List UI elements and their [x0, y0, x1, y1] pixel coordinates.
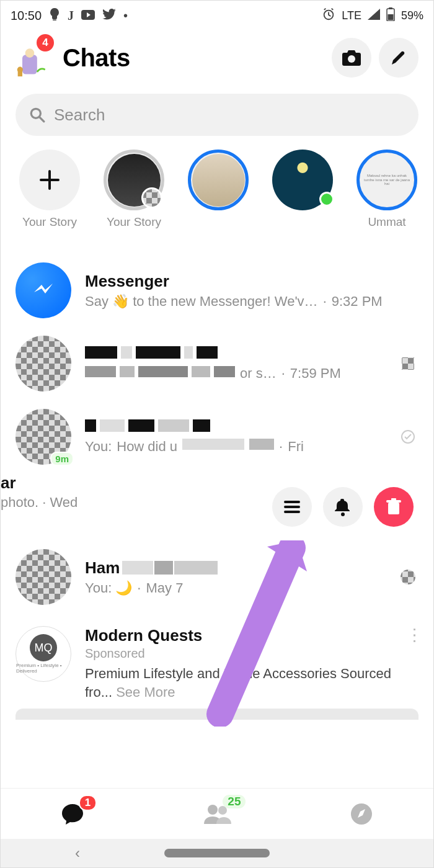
plus-icon — [38, 169, 61, 191]
sponsored-cards[interactable] — [1, 709, 433, 720]
status-network: LTE — [342, 9, 361, 22]
compose-button[interactable] — [379, 38, 418, 78]
chat-preview: You: 🌙 — [85, 580, 132, 596]
story-item[interactable]: Your Story — [92, 150, 175, 229]
swipe-mute-button[interactable] — [323, 487, 363, 527]
svg-rect-14 — [388, 503, 399, 514]
system-nav: ‹ — [1, 839, 433, 867]
profile-avatar[interactable] — [16, 38, 55, 78]
chat-name: Ham — [85, 558, 120, 578]
chat-name: Modern Quests — [85, 626, 418, 645]
dot-icon: • — [123, 9, 128, 23]
header: Chats — [1, 30, 433, 87]
story-item[interactable]: Maksad rehne ka unhak tumhe isna me sar … — [345, 150, 428, 229]
chat-list[interactable]: Messenger Say 👋 to the new Messenger! We… — [1, 231, 433, 720]
bulb-icon — [49, 7, 60, 24]
avatar — [16, 549, 71, 605]
chat-you-prefix: You: — [85, 439, 112, 455]
status-bar: 10:50 J • LTE 59% — [1, 1, 433, 30]
mq-logo-sub: Premium • Lifestyle • Delivered — [16, 663, 71, 674]
story-add[interactable]: Your Story — [8, 150, 91, 229]
svg-point-7 — [25, 48, 35, 58]
story-label: Your Story — [8, 215, 91, 229]
nav-pill[interactable] — [164, 849, 270, 857]
status-time: 10:50 — [11, 9, 42, 23]
swipe-more-button[interactable] — [272, 487, 312, 527]
nav-back-icon[interactable]: ‹ — [75, 844, 80, 862]
search-icon — [29, 107, 45, 123]
chat-item[interactable]: or s… · 7:59 PM — [1, 327, 433, 400]
chat-time: Fri — [288, 439, 304, 455]
sponsored-body: Premium Lifestyle and Home Accessories S… — [85, 664, 418, 701]
sponsored-tag: Sponsored — [85, 647, 418, 661]
page-title: Chats — [63, 44, 324, 72]
status-icon-wrap — [397, 357, 418, 370]
chat-item[interactable]: 9m You: How did u · Fri — [1, 400, 433, 473]
chat-name: Messenger — [85, 272, 418, 291]
compass-icon — [350, 802, 373, 826]
twitter-icon — [102, 9, 116, 23]
chat-item[interactable]: Ham You: 🌙 · May 7 — [1, 540, 433, 614]
bottom-nav: 1 25 — [1, 788, 433, 839]
status-left: 10:50 J • — [11, 7, 128, 24]
trash-icon — [386, 498, 402, 516]
status-battery: 59% — [401, 9, 423, 22]
swipe-actions — [272, 487, 414, 527]
nav-badge: 1 — [79, 795, 97, 811]
status-right: LTE 59% — [322, 7, 423, 24]
svg-point-13 — [341, 512, 345, 516]
nav-badge: 25 — [223, 795, 246, 808]
chat-time: May 7 — [146, 580, 183, 596]
bell-icon — [335, 498, 351, 516]
activity-badge: 9m — [50, 452, 74, 466]
youtube-icon — [81, 9, 95, 23]
avatar — [16, 336, 71, 391]
alarm-icon — [322, 7, 335, 24]
menu-icon — [283, 499, 301, 514]
svg-point-10 — [348, 55, 355, 63]
swipe-delete-button[interactable] — [374, 487, 414, 527]
svg-point-17 — [208, 805, 218, 815]
svg-rect-5 — [388, 14, 393, 20]
chat-time: 9:32 PM — [332, 293, 383, 310]
battery-icon — [386, 7, 395, 24]
avatar — [16, 262, 71, 318]
mq-logo-text: MQ — [30, 634, 57, 661]
stories-row[interactable]: Your Story Your Story Maksad rehne ka un… — [1, 142, 433, 231]
svg-point-9 — [17, 67, 23, 73]
nav-people[interactable]: 25 — [145, 789, 290, 839]
chat-preview: How did u — [117, 439, 177, 455]
story-label: Your Story — [92, 215, 175, 229]
avatar: 9m — [16, 409, 71, 465]
svg-rect-6 — [22, 55, 37, 74]
svg-point-11 — [31, 109, 40, 118]
search-input[interactable]: Search — [16, 94, 418, 136]
svg-rect-16 — [391, 498, 396, 501]
nav-discover[interactable] — [289, 789, 433, 839]
chat-preview-suffix: or s… — [240, 365, 277, 382]
chat-item-messenger[interactable]: Messenger Say 👋 to the new Messenger! We… — [1, 254, 433, 327]
status-icon-wrap — [397, 570, 418, 584]
story-item[interactable] — [177, 150, 260, 229]
see-more-link[interactable]: See More — [116, 684, 175, 700]
chat-preview: Say 👋 to the new Messenger! We'v… — [85, 293, 318, 310]
chat-item-swiped[interactable]: ar photo. · Wed — [1, 473, 433, 540]
swiped-suffix: ar — [1, 473, 16, 493]
swiped-sub: photo. · Wed — [1, 494, 78, 511]
svg-rect-0 — [53, 19, 56, 20]
j-icon: J — [68, 9, 74, 23]
chat-item-sponsored[interactable]: MQ Premium • Lifestyle • Delivered Moder… — [1, 614, 433, 706]
story-item[interactable] — [261, 150, 344, 229]
signal-icon — [368, 9, 380, 23]
story-label: Ummat — [345, 215, 428, 229]
svg-rect-4 — [389, 7, 392, 9]
status-icon-wrap — [397, 429, 418, 444]
camera-button[interactable] — [332, 38, 371, 78]
nav-chats[interactable]: 1 — [1, 789, 145, 839]
chat-name — [85, 419, 397, 432]
more-icon[interactable]: ⋯ — [405, 627, 425, 644]
search-placeholder: Search — [54, 105, 105, 125]
chat-name — [85, 346, 397, 359]
chat-time: 7:59 PM — [290, 365, 341, 382]
avatar: MQ Premium • Lifestyle • Delivered — [16, 626, 71, 682]
